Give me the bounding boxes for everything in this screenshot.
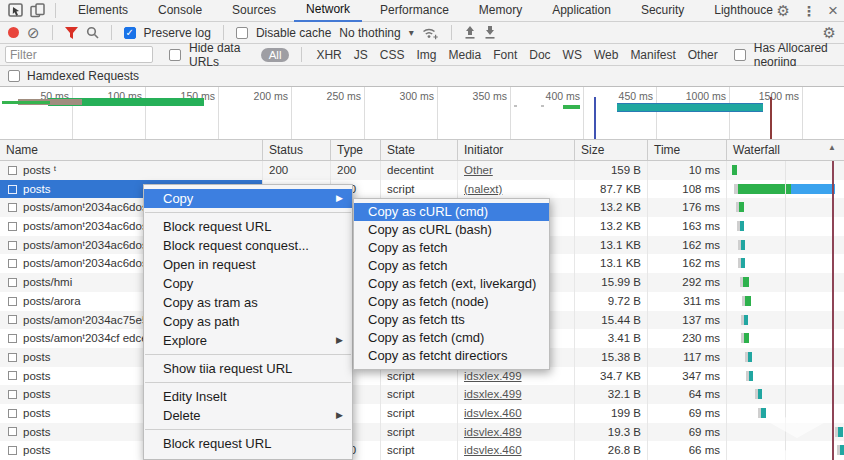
state-cell: script	[381, 423, 458, 442]
table-row-selected[interactable]: posts 200 200 script (nalext) 87.7 KB 10…	[0, 180, 844, 199]
network-overview-timeline[interactable]: 50 ms 100 ms 150 ms 200 ms 250 ms 300 ms…	[0, 87, 844, 140]
filter-pill-all[interactable]: All	[261, 48, 290, 62]
device-toolbar-icon[interactable]	[30, 3, 45, 18]
tab-performance[interactable]: Performance	[368, 0, 461, 21]
chevron-down-icon[interactable]: ▾	[409, 27, 414, 38]
menu-separator	[145, 382, 351, 383]
table-row[interactable]: posts script idsvlex.489 19.3 B 69 ms	[0, 423, 844, 442]
network-settings-gear-icon[interactable]: ⚙	[823, 24, 836, 42]
filter-type-css[interactable]: CSS	[380, 48, 405, 62]
table-row[interactable]: posts ᵗ 200 200 decentint Other 159 B 10…	[0, 161, 844, 180]
tab-lighthouse[interactable]: Lighthouce	[702, 0, 785, 21]
tab-application[interactable]: Application	[540, 0, 623, 21]
table-row[interactable]: posts script idsvlex.460 199 B 69 ms	[0, 404, 844, 423]
column-header-name[interactable]: Name	[0, 140, 263, 160]
filter-type-other[interactable]: Other	[688, 48, 718, 62]
menu-item-edity-inselt[interactable]: Edity Inselt	[144, 387, 352, 406]
record-button[interactable]	[8, 27, 19, 38]
menu-item-show-tiia-request-url[interactable]: Show tiia request URL	[144, 359, 352, 378]
filter-type-media[interactable]: Media	[449, 48, 482, 62]
hamdexed-requests-checkbox[interactable]	[8, 70, 20, 82]
filter-type-js[interactable]: JS	[354, 48, 368, 62]
filter-type-font[interactable]: Font	[493, 48, 517, 62]
initiator-link[interactable]: idsvlex.489	[464, 426, 522, 438]
import-har-icon[interactable]	[464, 26, 476, 39]
tab-sources[interactable]: Sources	[220, 0, 288, 21]
close-icon[interactable]: ×	[828, 1, 838, 21]
filter-type-xhr[interactable]: XHR	[316, 48, 341, 62]
requests-table-header: Name Status Type State Initiator Size Ti…	[0, 140, 844, 161]
size-cell: 13.1 KB	[575, 254, 648, 273]
menu-item-copy[interactable]: Copy▶	[144, 189, 352, 208]
column-header-size[interactable]: Size	[575, 140, 648, 160]
table-row[interactable]: posts 200 200 script idsvlex.460 26.8 B …	[0, 441, 844, 460]
initiator-link[interactable]: idsvlex.460	[464, 444, 522, 456]
tab-memory[interactable]: Memory	[467, 0, 534, 21]
menu-item-block-request-url[interactable]: Block request URL	[144, 217, 352, 236]
preserve-log-checkbox[interactable]: ✓	[124, 27, 136, 39]
submenu-item-copy-as-fetch-2[interactable]: Copy as fetch	[354, 257, 549, 275]
file-icon	[8, 166, 17, 175]
waterfall-header-label: Waterfall	[733, 143, 780, 160]
submenu-item-copy-as-curl-cmd[interactable]: Copy as cURL (cmd)	[354, 203, 549, 221]
has-allocared-checkbox[interactable]	[734, 49, 746, 61]
column-header-waterfall[interactable]: Waterfall ▲	[727, 140, 844, 160]
column-header-type[interactable]: Type	[331, 140, 381, 160]
overview-bar	[563, 105, 580, 109]
more-options-icon[interactable]: ⋮	[802, 3, 816, 19]
submenu-item-copy-as-fetch[interactable]: Copy as fetch	[354, 239, 549, 257]
export-har-icon[interactable]	[484, 26, 496, 39]
menu-item-open-in-request[interactable]: Open in request	[144, 255, 352, 274]
menu-item-copy-as-tram-as[interactable]: Copy as tram as	[144, 293, 352, 312]
filter-type-web[interactable]: Web	[594, 48, 618, 62]
file-icon	[8, 259, 17, 268]
search-icon[interactable]	[86, 26, 99, 39]
tab-network[interactable]: Network	[294, 0, 362, 22]
filter-type-manifest[interactable]: Manifest	[630, 48, 675, 62]
initiator-link[interactable]: Other	[464, 164, 493, 176]
initiator-link[interactable]: idsxlex.499	[464, 370, 522, 382]
submenu-item-copy-as-fetch-cmd[interactable]: Copy as fetch (cmd)	[354, 329, 549, 347]
filter-input[interactable]	[5, 46, 153, 63]
column-header-time[interactable]: Time	[648, 140, 727, 160]
file-icon	[8, 390, 17, 399]
network-conditions-icon[interactable]	[422, 26, 439, 40]
overview-bar	[617, 103, 763, 112]
filter-type-doc[interactable]: Doc	[529, 48, 550, 62]
tab-elements[interactable]: Elements	[66, 0, 140, 21]
column-header-state[interactable]: State	[381, 140, 458, 160]
menu-item-delete[interactable]: Delete▶	[144, 406, 352, 425]
initiator-link[interactable]: idsxlex.499	[464, 388, 522, 400]
submenu-item-copy-as-curl-bash[interactable]: Copy as cURL (bash)	[354, 221, 549, 239]
column-header-status[interactable]: Status	[263, 140, 331, 160]
inspect-icon[interactable]	[8, 3, 24, 18]
table-row[interactable]: posts script idsxlex.499 32.1 B 64 ms	[0, 385, 844, 404]
disable-cache-checkbox[interactable]	[236, 27, 248, 39]
submenu-item-copy-as-fetch-node[interactable]: Copy as fetch (node)	[354, 293, 549, 311]
menu-item-copy-as-path[interactable]: Copy as path	[144, 312, 352, 331]
menu-item-block-request-url-2[interactable]: Block request URL	[144, 434, 352, 453]
submenu-item-copy-as-fetch-ext[interactable]: Copy as fetch (ext, livekargd)	[354, 275, 549, 293]
size-cell: 13.2 KB	[575, 198, 648, 217]
menu-item-block-request-conquest[interactable]: Block request conquest...	[144, 236, 352, 255]
submenu-item-copy-as-fetch-tts[interactable]: Copy as fetch tts	[354, 311, 549, 329]
throttling-dropdown[interactable]: No thothing	[339, 26, 400, 40]
clear-icon[interactable]: ⊘	[27, 24, 40, 42]
initiator-cell: idsvlex.460	[458, 441, 575, 460]
request-name: posts	[23, 180, 51, 199]
column-header-initiator[interactable]: Initiator	[458, 140, 575, 160]
initiator-link[interactable]: (nalext)	[464, 183, 502, 195]
menu-item-explore[interactable]: Explore▶	[144, 331, 352, 350]
sort-asc-icon[interactable]: ▲	[828, 143, 836, 160]
filter-type-img[interactable]: Img	[417, 48, 437, 62]
initiator-link[interactable]: idsvlex.460	[464, 407, 522, 419]
filter-funnel-icon[interactable]	[65, 27, 78, 39]
settings-gear-icon[interactable]: ⚙	[777, 2, 790, 20]
hide-data-urls-checkbox[interactable]	[169, 49, 181, 61]
menu-item-copy-2[interactable]: Copy	[144, 274, 352, 293]
tab-security[interactable]: Security	[629, 0, 696, 21]
submenu-item-copy-as-fetcht-directiors[interactable]: Copy as fetcht directiors	[354, 347, 549, 365]
tab-console[interactable]: Console	[146, 0, 214, 21]
divider	[111, 25, 112, 40]
filter-type-ws[interactable]: WS	[563, 48, 582, 62]
